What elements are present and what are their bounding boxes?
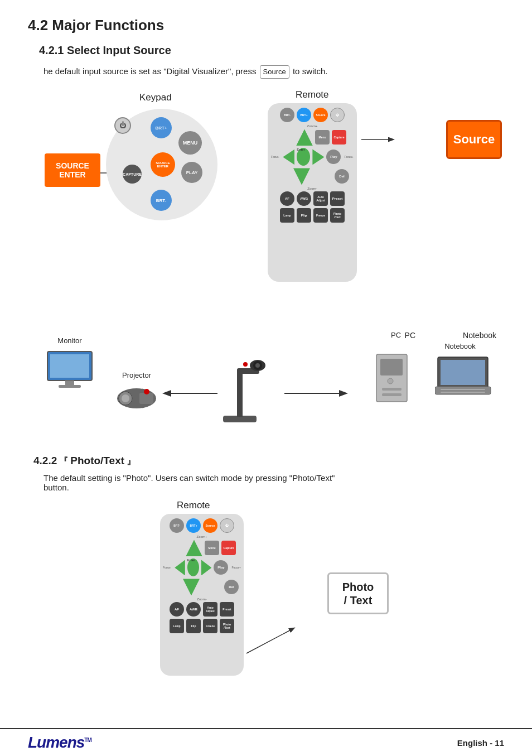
r2-brt-minus[interactable]: BRT- xyxy=(170,518,184,533)
r2-source[interactable]: Source xyxy=(203,518,217,533)
r2-photo-text-btn[interactable]: Photo/Text xyxy=(220,619,234,633)
r-brt-plus[interactable]: BRT+ xyxy=(297,108,311,122)
remote-row-5: Del xyxy=(271,168,354,185)
r-preset[interactable]: Preset xyxy=(330,191,345,206)
r2-brt-plus[interactable]: BRT+ xyxy=(186,518,201,533)
r2-zoom-minus-label: Zoom- xyxy=(163,598,241,601)
kp-brt-minus-btn[interactable]: BRT- xyxy=(151,190,172,211)
intro-paragraph: he default input source is set as "Digit… xyxy=(43,65,504,79)
source-inline-text: Source xyxy=(263,68,286,76)
zoom-minus-label: Zoom- xyxy=(271,187,354,190)
remote-label-top: Remote xyxy=(296,89,329,100)
r2-enter[interactable]: Enter xyxy=(187,558,199,576)
r-awb[interactable]: AWB xyxy=(297,191,311,206)
svg-rect-29 xyxy=(441,392,485,393)
remote-body-top: BRT- BRT+ Source ⏻ Zoom+ Menu Capture Fo… xyxy=(268,103,357,282)
monitor-wrap: Monitor xyxy=(45,349,95,389)
r-brt-minus[interactable]: BRT- xyxy=(280,108,294,122)
remote-row-3: Menu Capture xyxy=(271,129,354,146)
doccam-wrap xyxy=(206,338,273,434)
svg-rect-27 xyxy=(435,387,491,394)
r2-focus-plus: Focus+ xyxy=(231,566,241,569)
section-422-prefix: 4.2.2 xyxy=(33,455,57,467)
section-421-title: 4.2.1 Select Input Source xyxy=(39,44,504,57)
r2-auto-adjust[interactable]: AutoAdjust xyxy=(203,602,217,617)
r2-af[interactable]: AF xyxy=(170,602,184,617)
kp-power-btn[interactable]: ⏻ xyxy=(114,117,131,134)
r-flip[interactable]: Flip xyxy=(297,208,311,223)
kp-menu-btn[interactable]: MENU xyxy=(178,131,202,155)
svg-rect-24 xyxy=(382,393,402,396)
r2-right[interactable] xyxy=(201,560,212,575)
r2-up[interactable] xyxy=(186,540,202,556)
r-right[interactable] xyxy=(312,149,324,165)
r2-awb[interactable]: AWB xyxy=(186,602,201,617)
r2-capture[interactable]: Capture xyxy=(221,541,236,555)
r2-zoom-plus-label: Zoom+ xyxy=(163,535,241,538)
projector-label: Projector xyxy=(114,371,159,379)
kp-brt-plus-btn[interactable]: BRT+ xyxy=(151,117,172,138)
projector-wrap: Projector xyxy=(114,371,159,411)
kp-play-btn[interactable]: PLAY xyxy=(181,162,202,183)
r2-play[interactable]: Play xyxy=(214,560,228,575)
section-422: 4.2.2 『 Photo/Text 』 The default setting… xyxy=(28,455,504,695)
r2-del[interactable]: Del xyxy=(224,580,239,594)
monitor-icon xyxy=(45,349,95,389)
r-af[interactable]: AF xyxy=(280,191,294,206)
remote2-body: BRT- BRT+ Source ⏻ Zoom+ Menu Capture Fo… xyxy=(160,514,244,676)
r2-down[interactable] xyxy=(183,579,200,595)
top-diagram: Keypad SOURCE ENTER ⏻ BRT+ MENU xyxy=(28,86,507,321)
source-enter-line2: ENTER xyxy=(59,170,85,179)
r2-menu[interactable]: Menu xyxy=(205,541,219,555)
r-up[interactable] xyxy=(296,129,313,146)
r-capture[interactable]: Capture xyxy=(332,130,346,145)
svg-point-19 xyxy=(243,362,248,367)
pc-icon xyxy=(374,343,415,405)
r2-row-4: Focus- Enter Play Focus+ xyxy=(163,558,241,576)
svg-point-10 xyxy=(122,394,129,402)
keypad-body: ⏻ BRT+ MENU SOURCEENTER CAPTURE xyxy=(106,109,217,220)
r-auto-adjust[interactable]: AutoAdjust xyxy=(313,191,328,206)
bottom-diagram: Monitor Projector xyxy=(28,326,507,444)
section-422-line2: button. xyxy=(43,483,504,492)
r2-left[interactable] xyxy=(175,560,185,575)
keypad-buttons: ⏻ BRT+ MENU SOURCEENTER CAPTURE xyxy=(109,112,215,218)
pc-wrap: PC xyxy=(374,343,415,406)
svg-rect-11 xyxy=(139,393,153,404)
monitor-label: Monitor xyxy=(45,336,95,345)
remote-row-1: BRT- BRT+ Source ⏻ xyxy=(271,108,354,122)
r2-freeze[interactable]: Freeze xyxy=(203,619,217,633)
svg-rect-6 xyxy=(65,381,74,385)
r2-lamp[interactable]: Lamp xyxy=(170,619,184,633)
intro-text: he default input source is set as "Digit… xyxy=(43,66,256,76)
r2-power[interactable]: ⏻ xyxy=(220,518,234,533)
footer: LumensTM English - 11 xyxy=(0,728,532,756)
svg-rect-28 xyxy=(441,389,485,390)
keypad-label: Keypad xyxy=(139,92,172,103)
kp-source-enter-btn[interactable]: SOURCEENTER xyxy=(151,152,175,177)
kp-capture-btn[interactable]: CAPTURE xyxy=(123,165,142,184)
r-left[interactable] xyxy=(283,149,294,165)
r-del[interactable]: Del xyxy=(335,169,349,184)
section-422-line1: The default setting is "Photo". Users ca… xyxy=(43,473,504,483)
source-enter-line1: SOURCE xyxy=(56,161,89,170)
r-freeze[interactable]: Freeze xyxy=(313,208,328,223)
doccam-icon xyxy=(206,338,273,432)
r-menu[interactable]: Menu xyxy=(315,130,330,145)
lumens-logo-wrap: LumensTM xyxy=(28,734,91,752)
photo-text-box: Photo/ Text xyxy=(327,572,389,614)
r-source[interactable]: Source xyxy=(313,108,328,122)
r2-row-5: Del xyxy=(163,579,241,595)
remote2-label: Remote xyxy=(177,500,210,511)
r-photo-text[interactable]: Photo/Text xyxy=(330,208,345,223)
r2-preset[interactable]: Preset xyxy=(220,602,234,617)
r-down[interactable] xyxy=(293,168,310,185)
r-power[interactable]: ⏻ xyxy=(330,108,345,122)
focus-plus-label: Focus+ xyxy=(344,155,354,158)
r2-flip[interactable]: Flip xyxy=(186,619,201,633)
r-play[interactable]: Play xyxy=(326,150,341,164)
source-box-text: Source xyxy=(453,132,495,147)
svg-rect-5 xyxy=(50,354,89,378)
r-lamp[interactable]: Lamp xyxy=(280,208,294,223)
r-enter[interactable]: Enter xyxy=(297,148,310,166)
